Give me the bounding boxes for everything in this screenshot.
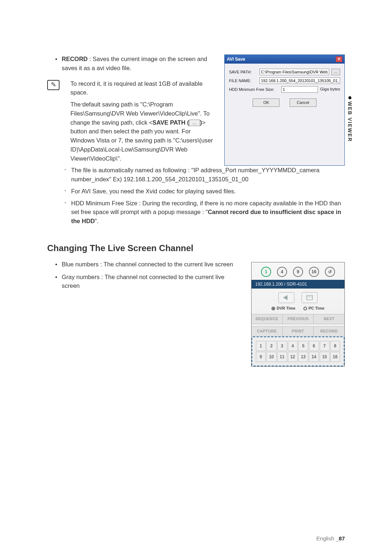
channel-4[interactable]: 4 [288, 341, 298, 351]
channel-11[interactable]: 11 [277, 352, 287, 362]
calendar-icon[interactable] [302, 292, 318, 303]
channel-14[interactable]: 14 [309, 352, 319, 362]
note-5: HDD Minimum Free Size : During the recor… [47, 199, 345, 226]
note-3: The file is automatically named as follo… [47, 166, 345, 184]
gray-numbers-bullet: Gray numbers : The channel not connected… [47, 273, 345, 291]
channel-16[interactable]: 16 [330, 352, 340, 362]
hdd-size-input[interactable] [281, 86, 318, 93]
record-button[interactable]: RECORD [314, 327, 344, 336]
blue-numbers-bullet: Blue numbers : The channel connected to … [47, 260, 345, 269]
record-bullet: RECORD : Saves the current image on the … [47, 55, 216, 73]
previous-button[interactable]: PREVIOUS [283, 314, 314, 324]
channel-5[interactable]: 5 [298, 341, 308, 351]
note-1: To record it, it is required at least 1G… [64, 79, 216, 97]
channel-15[interactable]: 15 [320, 352, 330, 362]
channel-2[interactable]: 2 [266, 341, 276, 351]
channel-7[interactable]: 7 [320, 341, 330, 351]
hdd-label: HDD Minimum Free Size: [229, 86, 279, 93]
note-4: For AVI Save, you need the Xvid codec fo… [47, 187, 345, 196]
channel-13[interactable]: 13 [298, 352, 308, 362]
ok-button[interactable]: OK [253, 98, 279, 107]
save-path-input[interactable] [260, 69, 329, 75]
page-footer: English _87 [317, 535, 345, 541]
capture-button[interactable]: CAPTURE [252, 327, 283, 336]
hdd-unit: Giga bytes [320, 86, 340, 92]
next-button[interactable]: NEXT [314, 314, 344, 324]
note-2: The default saving path is "C:\Program F… [64, 100, 216, 163]
close-icon[interactable]: × [336, 56, 342, 62]
channel-grid: 12345678910111213141516 [252, 337, 344, 366]
svg-marker-0 [283, 295, 287, 300]
pc-time-radio[interactable]: PC Time [303, 305, 324, 311]
section-heading: Changing The Live Screen Channel [47, 242, 345, 255]
save-path-icon: … [189, 120, 200, 126]
channel-8[interactable]: 8 [330, 341, 340, 351]
channel-3[interactable]: 3 [277, 341, 287, 351]
file-name-label: FILE NAME: [229, 78, 257, 84]
play-back-icon[interactable] [278, 292, 294, 303]
file-name-input[interactable] [260, 77, 340, 84]
record-term: RECORD [62, 56, 88, 62]
channel-9[interactable]: 9 [256, 352, 266, 362]
sequence-button[interactable]: SEQUENCE [252, 314, 283, 324]
channel-6[interactable]: 6 [309, 341, 319, 351]
channel-10[interactable]: 10 [266, 352, 276, 362]
dialog-title: AVI Save [227, 56, 245, 63]
avi-save-dialog: AVI Save × SAVE PATH: … FILE NAME: HDD M… [224, 55, 345, 166]
dvr-time-radio[interactable]: DVR Time [271, 305, 295, 311]
print-button[interactable]: PRINT [283, 327, 314, 336]
channel-1[interactable]: 1 [256, 341, 266, 351]
save-path-label: SAVE PATH: [229, 69, 257, 75]
svg-rect-1 [307, 295, 313, 300]
note-icon: ✎ [47, 80, 60, 90]
channel-12[interactable]: 12 [288, 352, 298, 362]
side-tab: WEB VIEWER [347, 96, 353, 142]
browse-button[interactable]: … [331, 69, 340, 75]
cancel-button[interactable]: Cancel [290, 98, 317, 107]
